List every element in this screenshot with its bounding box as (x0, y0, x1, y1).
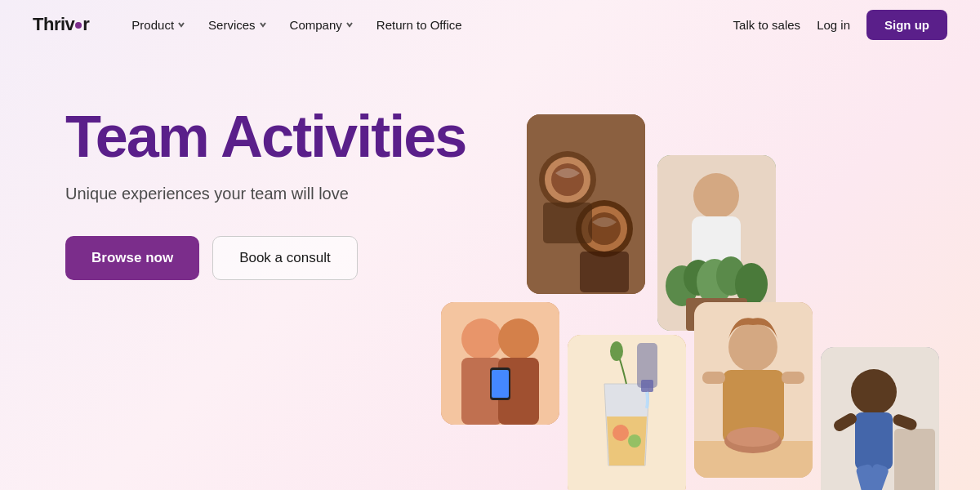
svg-point-38 (724, 429, 782, 453)
photo-plant (657, 155, 776, 331)
nav-item-return-to-office[interactable]: Return to Office (367, 11, 472, 38)
svg-point-3 (551, 163, 584, 196)
svg-rect-30 (637, 343, 657, 388)
svg-rect-46 (832, 411, 859, 433)
svg-rect-18 (694, 310, 739, 331)
chevron-down-icon (177, 20, 185, 29)
nav-right: Talk to sales Log in Sign up (733, 10, 947, 40)
svg-rect-7 (543, 203, 592, 243)
sign-up-button[interactable]: Sign up (866, 10, 947, 40)
svg-rect-47 (892, 412, 919, 431)
nav-item-services[interactable]: Services (198, 11, 277, 38)
svg-rect-11 (692, 216, 741, 282)
nav-item-product[interactable]: Product (122, 11, 195, 38)
svg-point-20 (461, 318, 502, 359)
svg-rect-31 (641, 380, 653, 392)
hero-title: Team Activities (65, 106, 514, 168)
svg-point-13 (684, 260, 713, 296)
svg-point-39 (727, 427, 779, 447)
svg-rect-41 (894, 429, 935, 490)
svg-rect-0 (527, 114, 645, 294)
hero-buttons: Browse now Book a consult (65, 236, 514, 280)
log-in-link[interactable]: Log in (817, 18, 850, 32)
svg-point-21 (498, 318, 539, 359)
svg-rect-34 (723, 370, 784, 443)
svg-rect-45 (861, 463, 890, 490)
svg-rect-23 (498, 358, 539, 425)
svg-point-16 (735, 263, 768, 305)
photo-collage (441, 49, 980, 490)
photo-dance (821, 347, 939, 490)
chevron-down-icon (259, 20, 267, 29)
svg-rect-43 (855, 412, 893, 470)
svg-rect-40 (821, 347, 939, 490)
svg-point-28 (628, 434, 641, 448)
svg-rect-36 (782, 372, 804, 384)
svg-rect-19 (441, 302, 559, 425)
nav-links: Product Services Company Return to Offic… (122, 11, 733, 38)
svg-point-4 (576, 200, 633, 257)
svg-point-27 (612, 425, 629, 441)
svg-rect-25 (492, 370, 509, 398)
svg-rect-26 (568, 335, 686, 490)
svg-point-12 (666, 265, 698, 306)
svg-point-2 (545, 157, 590, 203)
photo-coffee (527, 114, 645, 294)
svg-point-5 (581, 206, 627, 252)
svg-point-1 (539, 151, 596, 208)
svg-rect-35 (702, 372, 725, 384)
svg-rect-32 (694, 302, 813, 478)
svg-point-10 (693, 173, 739, 219)
svg-rect-24 (490, 368, 510, 400)
hero-subtitle: Unique experiences your team will love (65, 185, 514, 203)
svg-rect-22 (461, 358, 502, 425)
photo-couple (441, 302, 559, 425)
svg-point-29 (610, 341, 623, 361)
svg-point-6 (588, 212, 621, 245)
photo-drink (568, 335, 686, 490)
svg-rect-17 (686, 298, 747, 331)
svg-rect-9 (657, 155, 776, 331)
chevron-down-icon (345, 20, 354, 29)
talk-to-sales-link[interactable]: Talk to sales (733, 18, 801, 32)
photo-cooking (694, 302, 813, 478)
svg-point-14 (697, 259, 733, 305)
svg-rect-8 (580, 252, 629, 292)
svg-rect-37 (694, 441, 813, 478)
svg-rect-44 (855, 463, 881, 490)
svg-point-15 (716, 256, 746, 296)
navbar: Thrivr Product Services Company Return t… (0, 0, 980, 49)
svg-point-33 (728, 323, 777, 372)
hero-section: Team Activities Unique experiences your … (0, 49, 980, 490)
book-consult-button[interactable]: Book a consult (212, 236, 358, 280)
browse-now-button[interactable]: Browse now (65, 236, 199, 280)
svg-point-42 (851, 369, 897, 415)
nav-item-company[interactable]: Company (280, 11, 363, 38)
hero-content: Team Activities Unique experiences your … (65, 82, 514, 280)
logo[interactable]: Thrivr (33, 14, 89, 35)
